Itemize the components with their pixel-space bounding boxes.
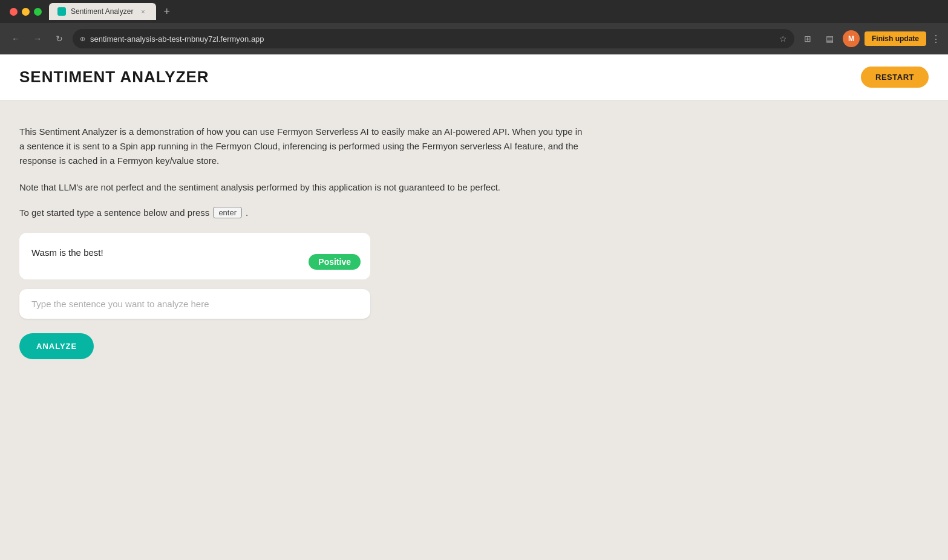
instruction-suffix: . <box>246 207 248 218</box>
tab-title: Sentiment Analyzer <box>71 7 133 16</box>
app-container: SENTIMENT ANALYZER RESTART This Sentimen… <box>0 54 948 560</box>
tab-close-button[interactable]: × <box>138 7 148 16</box>
restart-button[interactable]: RESTART <box>861 67 929 88</box>
sentiment-badge: Positive <box>309 254 361 270</box>
back-button[interactable]: ← <box>7 30 24 47</box>
enter-key-badge: enter <box>213 207 242 218</box>
new-tab-button[interactable]: + <box>161 5 172 18</box>
sidebar-icon[interactable]: ▤ <box>821 30 838 47</box>
result-card: Wasm is the best! Positive <box>19 233 370 279</box>
user-avatar[interactable]: M <box>843 30 860 47</box>
description-paragraph-1: This Sentiment Analyzer is a demonstrati… <box>19 125 586 168</box>
browser-toolbar: ← → ↻ ⊕ sentiment-analysis-ab-test-mbnuy… <box>0 23 948 54</box>
app-header: SENTIMENT ANALYZER RESTART <box>0 54 948 100</box>
tab-favicon <box>57 7 66 16</box>
forward-button[interactable]: → <box>29 30 46 47</box>
url-text: sentiment-analysis-ab-test-mbnuy7zl.ferm… <box>90 34 774 44</box>
close-traffic-light[interactable] <box>10 8 18 16</box>
finish-update-button[interactable]: Finish update <box>865 31 926 46</box>
toolbar-actions: ⊞ ▤ M Finish update ⋮ <box>799 30 941 47</box>
address-bar[interactable]: ⊕ sentiment-analysis-ab-test-mbnuy7zl.fe… <box>73 29 794 48</box>
input-area <box>19 289 370 319</box>
refresh-button[interactable]: ↻ <box>51 30 68 47</box>
instruction-text: To get started type a sentence below and… <box>19 207 586 218</box>
tab-bar: Sentiment Analyzer × + <box>49 3 938 20</box>
fullscreen-traffic-light[interactable] <box>34 8 42 16</box>
instruction-prefix: To get started type a sentence below and… <box>19 207 209 218</box>
minimize-traffic-light[interactable] <box>22 8 30 16</box>
analyze-button[interactable]: ANALYZE <box>19 333 94 359</box>
traffic-lights <box>10 8 42 16</box>
browser-titlebar: Sentiment Analyzer × + <box>0 0 948 23</box>
sentence-input[interactable] <box>19 289 370 319</box>
result-text: Wasm is the best! <box>31 247 358 258</box>
browser-chrome: Sentiment Analyzer × + ← → ↻ ⊕ sentiment… <box>0 0 948 54</box>
app-main: This Sentiment Analyzer is a demonstrati… <box>0 100 605 383</box>
active-tab[interactable]: Sentiment Analyzer × <box>49 3 156 20</box>
app-title: SENTIMENT ANALYZER <box>19 68 209 86</box>
bookmark-icon[interactable]: ☆ <box>779 34 787 44</box>
extensions-icon[interactable]: ⊞ <box>799 30 816 47</box>
description-paragraph-2: Note that LLM's are not perfect and the … <box>19 180 586 195</box>
browser-menu-icon[interactable]: ⋮ <box>931 33 941 45</box>
lock-icon: ⊕ <box>80 35 85 43</box>
